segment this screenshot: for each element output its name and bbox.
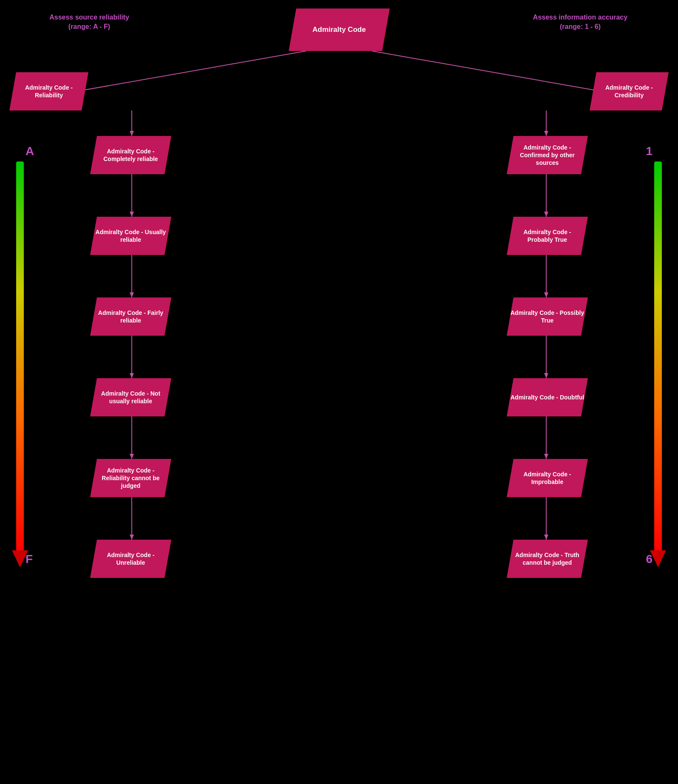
right-gradient-bar [654, 161, 662, 552]
svg-marker-9 [130, 292, 134, 297]
left-chain-node-6[interactable]: Admiralty Code - Unreliable [90, 540, 171, 578]
right-chain-node-5[interactable]: Admiralty Code - Improbable [507, 459, 588, 497]
right-chain-node-2[interactable]: Admiralty Code - Probably True [507, 217, 588, 255]
svg-marker-13 [130, 454, 134, 459]
right-chain-node-4[interactable]: Admiralty Code - Doubtful [507, 378, 588, 416]
scale-label-1: 1 [646, 144, 652, 158]
left-chain-node-5[interactable]: Admiralty Code - Reliability cannot be j… [90, 459, 171, 497]
right-branch-node[interactable]: Admiralty Code - Credibility [590, 72, 669, 110]
svg-marker-25 [544, 454, 548, 459]
svg-marker-11 [130, 373, 134, 378]
svg-marker-27 [544, 535, 548, 540]
left-chain-node-1[interactable]: Admiralty Code - Completely reliable [90, 136, 171, 174]
header-left-label: Assess source reliability (range: A - F) [43, 13, 136, 32]
left-chain-node-4[interactable]: Admiralty Code - Not usually reliable [90, 378, 171, 416]
left-branch-node[interactable]: Admiralty Code - Reliability [9, 72, 88, 110]
svg-line-0 [77, 51, 306, 91]
center-top-node[interactable]: Admiralty Code [289, 8, 390, 51]
left-chain-node-2[interactable]: Admiralty Code - Usually reliable [90, 217, 171, 255]
diagram-container: Assess source reliability (range: A - F)… [0, 0, 678, 784]
right-chain-node-3[interactable]: Admiralty Code - Possibly True [507, 297, 588, 336]
svg-marker-7 [130, 212, 134, 217]
left-gradient-bar [16, 161, 24, 552]
right-chain-node-6[interactable]: Admiralty Code - Truth cannot be judged [507, 540, 588, 578]
scale-label-A: A [26, 144, 34, 158]
right-chain-node-1[interactable]: Admiralty Code - Confirmed by other sour… [507, 136, 588, 174]
svg-line-2 [372, 51, 601, 91]
left-arrow-down [12, 550, 28, 567]
left-chain-node-3[interactable]: Admiralty Code - Fairly reliable [90, 297, 171, 336]
header-right-label: Assess information accuracy (range: 1 - … [525, 13, 635, 32]
svg-marker-21 [544, 292, 548, 297]
svg-marker-19 [544, 212, 548, 217]
svg-marker-17 [544, 131, 548, 136]
svg-marker-5 [130, 131, 134, 136]
right-arrow-down [650, 550, 666, 567]
svg-marker-23 [544, 373, 548, 378]
svg-marker-15 [130, 535, 134, 540]
